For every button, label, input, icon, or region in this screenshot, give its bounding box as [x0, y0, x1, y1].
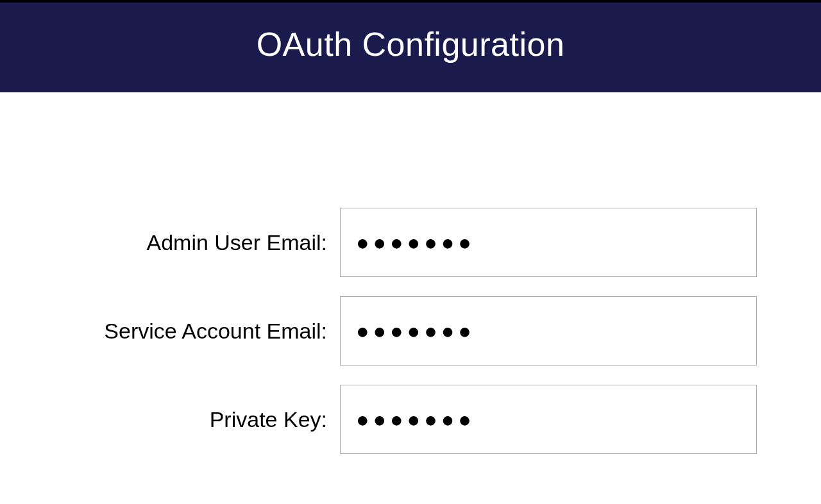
- private-key-row: Private Key:: [64, 385, 757, 454]
- admin-email-input[interactable]: [340, 208, 757, 277]
- form-container: Admin User Email: Service Account Email:…: [0, 92, 821, 454]
- private-key-input[interactable]: [340, 385, 757, 454]
- page-header: OAuth Configuration: [0, 3, 821, 92]
- admin-email-row: Admin User Email:: [64, 208, 757, 277]
- admin-email-label: Admin User Email:: [64, 230, 340, 255]
- service-account-email-label: Service Account Email:: [64, 319, 340, 344]
- private-key-label: Private Key:: [64, 407, 340, 432]
- page-title: OAuth Configuration: [0, 25, 821, 63]
- service-account-email-row: Service Account Email:: [64, 296, 757, 365]
- service-account-email-input[interactable]: [340, 296, 757, 365]
